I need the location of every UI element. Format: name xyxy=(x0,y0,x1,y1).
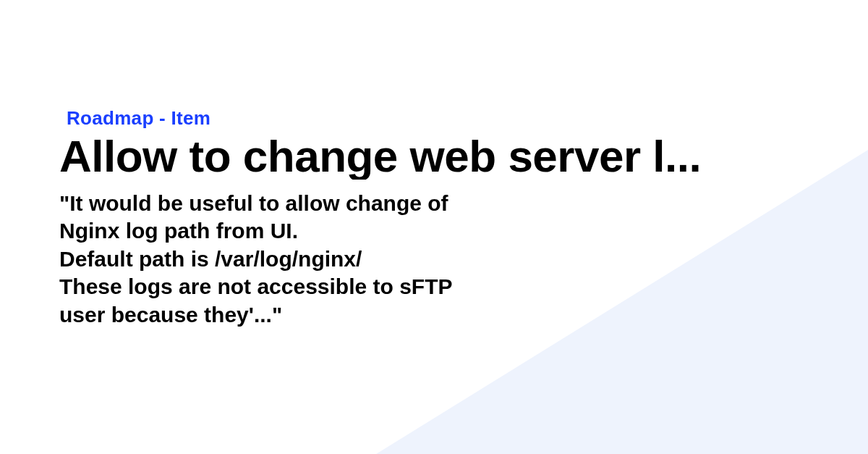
item-description: "It would be useful to allow change of N… xyxy=(59,190,493,329)
card-content: Roadmap - Item Allow to change web serve… xyxy=(59,107,839,329)
category-label: Roadmap - Item xyxy=(59,107,839,130)
item-title: Allow to change web server l... xyxy=(59,133,839,180)
